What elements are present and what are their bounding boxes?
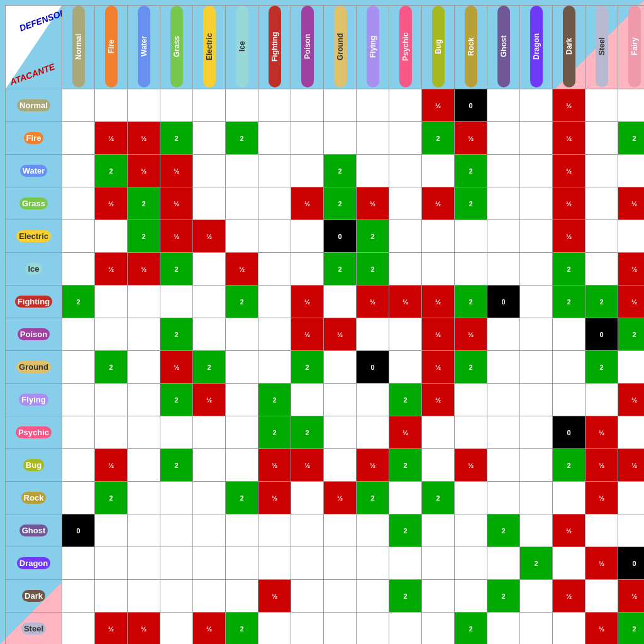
cell-poison-vs-dark (553, 318, 586, 351)
cell-ghost-vs-dark: ½ (553, 514, 586, 547)
cell-dragon-vs-poison (291, 547, 324, 580)
cell-fire-vs-normal (62, 122, 95, 155)
cell-psychic-vs-flying (357, 416, 389, 449)
cell-rock-vs-ghost (487, 482, 520, 514)
cell-bug-vs-ghost (487, 449, 520, 482)
cell-grass-vs-ice (226, 187, 258, 220)
row-header-rock: Rock (6, 482, 62, 514)
cell-psychic-vs-fire (95, 416, 128, 449)
cell-bug-vs-fighting: ½ (258, 449, 291, 482)
col-header-label-rock: Rock (465, 6, 477, 87)
cell-flying-vs-ghost (487, 384, 520, 416)
col-header-label-fighting: Fighting (269, 6, 281, 87)
cell-normal-vs-fairy (618, 89, 645, 122)
row-header-poison: Poison (6, 318, 62, 351)
cell-grass-vs-grass: ½ (160, 187, 193, 220)
cell-fire-vs-fighting (258, 122, 291, 155)
cell-ghost-vs-flying (357, 514, 389, 547)
cell-psychic-vs-fairy (618, 416, 645, 449)
cell-water-vs-flying (357, 155, 389, 187)
cell-dark-vs-dragon (520, 580, 553, 613)
cell-dark-vs-poison (291, 580, 324, 613)
col-header-label-flying: Flying (367, 6, 379, 87)
col-header-label-ground: Ground (334, 6, 347, 87)
col-header-water: Water (128, 6, 160, 89)
cell-normal-vs-dark: ½ (553, 89, 586, 122)
cell-fire-vs-bug: 2 (422, 122, 455, 155)
cell-ghost-vs-fairy (618, 514, 645, 547)
col-header-label-fairy: Fairy (628, 6, 641, 87)
cell-poison-vs-normal (62, 318, 95, 351)
cell-rock-vs-flying: 2 (357, 482, 389, 514)
cell-normal-vs-electric (193, 89, 226, 122)
cell-fire-vs-poison (291, 122, 324, 155)
cell-bug-vs-fairy: ½ (618, 449, 645, 482)
cell-bug-vs-grass: 2 (160, 449, 193, 482)
cell-bug-vs-steel: ½ (586, 449, 618, 482)
cell-dark-vs-rock (455, 580, 487, 613)
cell-rock-vs-poison (291, 482, 324, 514)
cell-ice-vs-grass: 2 (160, 253, 193, 286)
cell-fire-vs-psychic (389, 122, 422, 155)
cell-psychic-vs-dragon (520, 416, 553, 449)
cell-ghost-vs-fighting (258, 514, 291, 547)
cell-water-vs-ghost (487, 155, 520, 187)
cell-ice-vs-psychic (389, 253, 422, 286)
cell-water-vs-fighting (258, 155, 291, 187)
cell-grass-vs-dragon (520, 187, 553, 220)
cell-bug-vs-flying: ½ (357, 449, 389, 482)
cell-ground-vs-electric: 2 (193, 351, 226, 384)
cell-electric-vs-dragon (520, 220, 553, 253)
cell-psychic-vs-steel: ½ (586, 416, 618, 449)
cell-electric-vs-dark: ½ (553, 220, 586, 253)
cell-normal-vs-steel (586, 89, 618, 122)
cell-normal-vs-fighting (258, 89, 291, 122)
cell-electric-vs-electric: ½ (193, 220, 226, 253)
cell-electric-vs-fairy (618, 220, 645, 253)
cell-fire-vs-fire: ½ (95, 122, 128, 155)
cell-psychic-vs-psychic: ½ (389, 416, 422, 449)
row-header-steel: Steel (6, 613, 62, 645)
cell-dark-vs-fairy: ½ (618, 580, 645, 613)
cell-psychic-vs-bug (422, 416, 455, 449)
cell-normal-vs-bug: ½ (422, 89, 455, 122)
cell-electric-vs-steel (586, 220, 618, 253)
cell-dark-vs-water (128, 580, 160, 613)
col-header-label-bug: Bug (432, 6, 445, 87)
cell-dragon-vs-normal (62, 547, 95, 580)
cell-ground-vs-water (128, 351, 160, 384)
cell-grass-vs-fighting (258, 187, 291, 220)
cell-rock-vs-grass (160, 482, 193, 514)
cell-water-vs-ground: 2 (324, 155, 357, 187)
cell-dragon-vs-grass (160, 547, 193, 580)
cell-rock-vs-water (128, 482, 160, 514)
cell-water-vs-normal (62, 155, 95, 187)
cell-grass-vs-normal (62, 187, 95, 220)
cell-ghost-vs-poison (291, 514, 324, 547)
cell-dark-vs-fire (95, 580, 128, 613)
cell-water-vs-steel (586, 155, 618, 187)
cell-electric-vs-water: 2 (128, 220, 160, 253)
cell-psychic-vs-fighting: 2 (258, 416, 291, 449)
cell-normal-vs-grass (160, 89, 193, 122)
cell-fighting-vs-poison: ½ (291, 286, 324, 318)
col-header-label-ice: Ice (236, 6, 248, 87)
cell-water-vs-fire: 2 (95, 155, 128, 187)
cell-dragon-vs-electric (193, 547, 226, 580)
cell-bug-vs-electric (193, 449, 226, 482)
cell-ghost-vs-psychic: 2 (389, 514, 422, 547)
cell-fighting-vs-electric (193, 286, 226, 318)
cell-electric-vs-ground: 0 (324, 220, 357, 253)
cell-steel-vs-electric: ½ (193, 613, 226, 645)
cell-dragon-vs-dark (553, 547, 586, 580)
cell-ice-vs-flying: 2 (357, 253, 389, 286)
cell-normal-vs-water (128, 89, 160, 122)
cell-fighting-vs-steel: 2 (586, 286, 618, 318)
col-header-ghost: Ghost (487, 6, 520, 89)
cell-rock-vs-normal (62, 482, 95, 514)
cell-dark-vs-bug (422, 580, 455, 613)
cell-water-vs-poison (291, 155, 324, 187)
cell-grass-vs-rock: 2 (455, 187, 487, 220)
row-flying: Flying2½22½½ (6, 384, 645, 416)
cell-psychic-vs-electric (193, 416, 226, 449)
